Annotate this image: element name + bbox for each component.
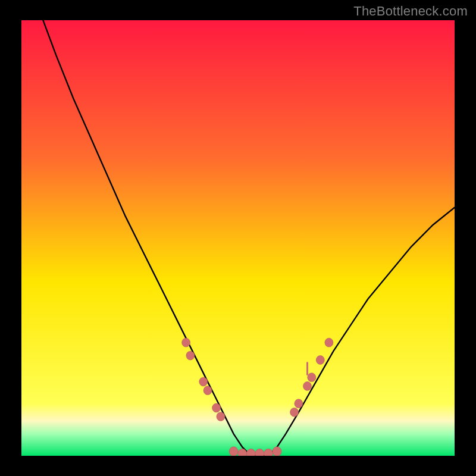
plot-area xyxy=(21,20,455,456)
data-marker xyxy=(273,447,281,456)
data-marker xyxy=(308,373,316,382)
data-marker xyxy=(186,351,195,360)
data-marker xyxy=(316,356,324,365)
gradient-background xyxy=(21,20,455,456)
data-marker xyxy=(229,447,238,456)
chart-frame: TheBottleneck.com xyxy=(0,0,476,476)
bottleneck-chart xyxy=(21,20,455,456)
data-marker xyxy=(182,338,190,347)
data-marker xyxy=(199,377,208,386)
watermark-label: TheBottleneck.com xyxy=(353,4,468,19)
data-marker xyxy=(212,403,221,412)
data-marker xyxy=(325,338,333,347)
data-marker xyxy=(203,386,212,395)
data-marker xyxy=(290,408,299,416)
data-marker xyxy=(217,412,225,421)
data-marker xyxy=(303,381,312,390)
data-marker xyxy=(295,399,303,408)
